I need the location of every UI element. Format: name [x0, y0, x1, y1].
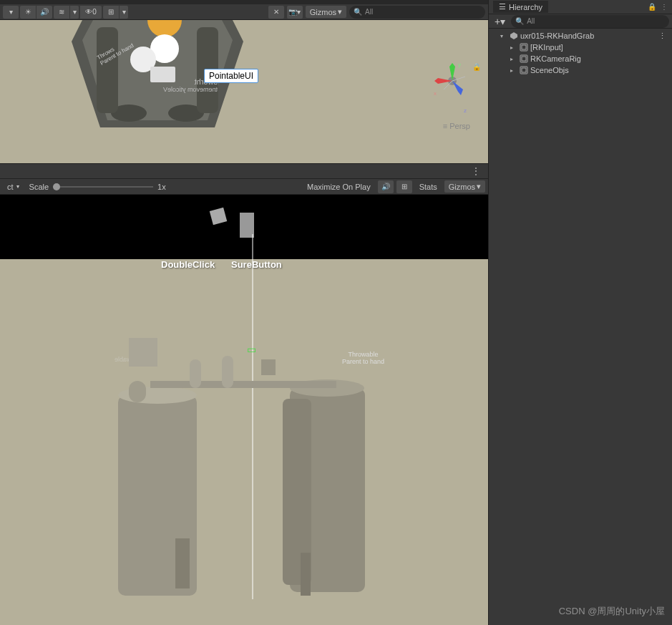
audio-toggle[interactable]: 🔊	[36, 6, 52, 19]
game-viewport[interactable]: DoubleClick SureButton ▭ Throwable Paren…	[0, 195, 488, 625]
hierarchy-icon: ☰	[499, 2, 506, 11]
svg-rect-28	[222, 356, 233, 388]
gizmos-dropdown[interactable]: Gizmos▾	[306, 6, 346, 18]
perspective-label[interactable]: ≡ Persp	[443, 122, 470, 130]
hierarchy-tab-bar: ☰ Hierarchy 🔒 ⋮	[489, 0, 672, 14]
visibility-toggle[interactable]: 👁0	[80, 6, 102, 19]
camera-icon[interactable]: 📷▾	[287, 6, 303, 19]
scene-root[interactable]: ▾ uxr015-RKHandGrab ⋮	[489, 30, 672, 42]
doubleclick-label: DoubleClick	[161, 259, 215, 270]
expand-arrow-icon[interactable]: ▸	[510, 44, 517, 51]
search-icon: 🔍	[354, 8, 362, 16]
hierarchy-item[interactable]: ▸ SceneObjs	[489, 64, 672, 76]
fx-dropdown[interactable]: ▾	[70, 6, 79, 19]
svg-rect-18	[129, 381, 146, 402]
svg-rect-4	[97, 27, 118, 113]
context-menu-icon[interactable]: ⋮	[467, 165, 485, 177]
expand-arrow-icon[interactable]: ▾	[500, 33, 507, 39]
context-menu-icon[interactable]: ⋮	[658, 32, 669, 41]
hierarchy-item[interactable]: ▸ RKCameraRig	[489, 53, 672, 64]
orientation-gizmo[interactable]	[431, 59, 474, 102]
search-icon: 🔍	[515, 17, 524, 25]
mute-audio-icon[interactable]: 🔊	[378, 180, 394, 193]
aspect-dropdown[interactable]: ct	[3, 181, 24, 193]
scene-search[interactable]: 🔍 All	[349, 6, 485, 19]
svg-rect-24	[129, 338, 157, 367]
unity-scene-icon	[509, 31, 519, 41]
lock-icon[interactable]: 🔒	[472, 63, 481, 71]
vsync-icon[interactable]: ⊞	[396, 180, 412, 193]
svg-rect-35	[522, 68, 526, 72]
context-menu-icon[interactable]: ⋮	[467, 0, 485, 1]
svg-rect-27	[190, 359, 201, 388]
grid-dropdown[interactable]: ▾	[120, 6, 128, 19]
maximize-on-play[interactable]: Maximize On Play	[307, 183, 371, 191]
watermark: CSDN @周周的Unity小屋	[559, 605, 665, 618]
expand-arrow-icon[interactable]: ▸	[510, 67, 517, 74]
game-tab-bar: ⋮	[0, 163, 488, 179]
game-toolbar: ct Scale 1x Maximize On Play 🔊 ⊞ Stats G…	[0, 179, 488, 195]
svg-rect-25	[261, 359, 276, 375]
add-button[interactable]: +▾	[492, 16, 508, 27]
hierarchy-tree: ▾ uxr015-RKHandGrab ⋮ ▸ [RKInput] ▸ RKCa…	[489, 29, 672, 625]
game-gizmos-dropdown[interactable]: Gizmos▾	[444, 180, 485, 193]
svg-rect-19	[175, 538, 190, 588]
scene-toolbar: ▾ ☀ 🔊 ≋ ▾ 👁0 ⊞ ▾ ✕ 📷▾ Gizmos▾ 🔍	[0, 4, 488, 20]
svg-rect-31	[522, 45, 526, 49]
surebutton-label: SureButton	[231, 259, 282, 270]
fx-toggle[interactable]: ≋	[54, 6, 69, 19]
gameobject-icon	[519, 54, 529, 64]
svg-marker-29	[510, 32, 517, 39]
scene-viewport[interactable]: Throws Parent to hand sworht tnemevom yt…	[0, 20, 488, 163]
expand-arrow-icon[interactable]: ▸	[510, 56, 517, 62]
lock-icon[interactable]: 🔒	[648, 3, 656, 11]
svg-rect-33	[522, 57, 526, 61]
hierarchy-toolbar: +▾ 🔍 All	[489, 14, 672, 29]
grid-toggle[interactable]: ⊞	[103, 6, 119, 19]
svg-marker-13	[452, 81, 463, 95]
tools-icon[interactable]: ✕	[268, 6, 284, 19]
hierarchy-search[interactable]: 🔍 All	[511, 15, 669, 28]
gameobject-icon	[519, 65, 529, 75]
pointable-ui-label[interactable]: PointableUI	[204, 69, 258, 83]
tool-dropdown[interactable]: ▾	[3, 6, 19, 19]
game-3d-model	[107, 338, 379, 603]
lighting-toggle[interactable]: ☀	[20, 6, 36, 19]
svg-rect-23	[301, 553, 311, 596]
scale-slider[interactable]: Scale 1x	[29, 183, 166, 191]
hierarchy-item[interactable]: ▸ [RKInput]	[489, 42, 672, 53]
gameobject-icon	[519, 42, 529, 52]
hierarchy-tab[interactable]: ☰ Hierarchy	[493, 1, 548, 13]
svg-rect-26	[150, 381, 336, 388]
stats-button[interactable]: Stats	[419, 183, 437, 191]
context-menu-icon[interactable]: ⋮	[661, 3, 668, 11]
